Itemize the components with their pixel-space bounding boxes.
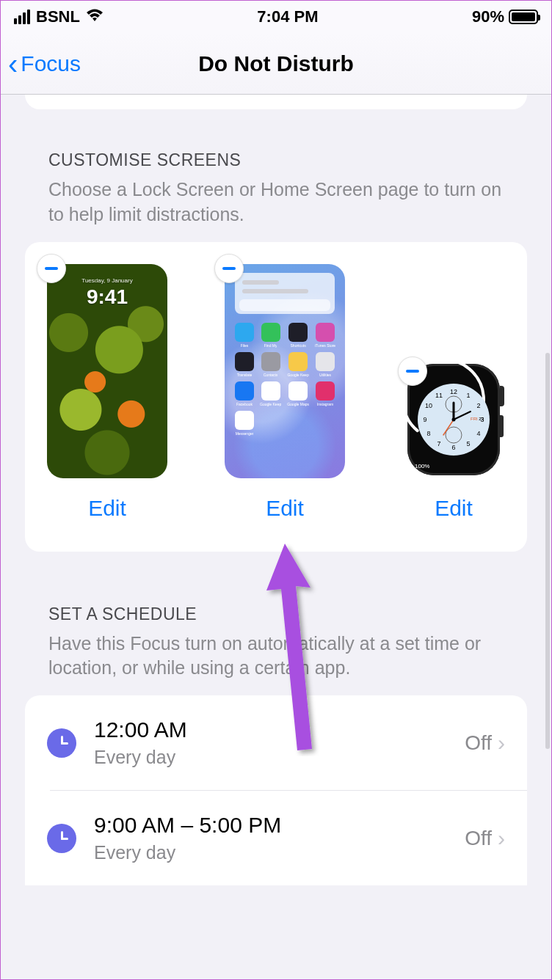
schedule-time: 12:00 AM — [94, 717, 447, 742]
nav-bar: ‹ Focus Do Not Disturb — [1, 33, 551, 95]
section-subtext: Choose a Lock Screen or Home Screen page… — [48, 178, 504, 227]
app-icon: Instagram — [315, 381, 335, 406]
svg-point-14 — [446, 427, 462, 443]
app-icon: Files — [235, 323, 254, 348]
back-label: Focus — [21, 51, 81, 76]
customise-screens-header: CUSTOMISE SCREENS Choose a Lock Screen o… — [1, 109, 551, 242]
app-icon: Find My — [260, 323, 281, 348]
status-bar: BSNL 7:04 PM 90% — [1, 1, 551, 33]
lock-screen-column: Tuesday, 9 January 9:41 Edit — [47, 264, 167, 521]
svg-text:11: 11 — [435, 392, 443, 399]
edit-watch-button[interactable]: Edit — [435, 496, 473, 521]
battery-icon — [509, 10, 538, 24]
remove-watch-button[interactable] — [398, 356, 427, 386]
section-subtext: Have this Focus turn on automatically at… — [48, 632, 504, 681]
clock-icon — [47, 728, 76, 758]
lockscreen-date: Tuesday, 9 January — [47, 277, 167, 284]
chevron-right-icon: › — [498, 731, 505, 756]
schedule-repeat: Every day — [94, 842, 447, 863]
svg-text:7: 7 — [437, 440, 440, 447]
svg-text:6: 6 — [451, 444, 455, 451]
home-screen-column: FilesFind MyShortcutsiTunes StoreTransla… — [225, 264, 345, 521]
customise-screens-card: Tuesday, 9 January 9:41 Edit FilesFind M… — [25, 242, 527, 552]
battery-percent: 90% — [472, 7, 504, 26]
carrier-label: BSNL — [36, 7, 80, 26]
watch-side-button-icon — [500, 415, 504, 437]
svg-text:8: 8 — [426, 430, 430, 437]
svg-text:12: 12 — [450, 388, 457, 395]
section-heading: CUSTOMISE SCREENS — [48, 150, 504, 170]
edit-homescreen-button[interactable]: Edit — [266, 496, 304, 521]
lockscreen-preview[interactable]: Tuesday, 9 January 9:41 — [47, 264, 167, 478]
app-icon: Shortcuts — [287, 323, 309, 348]
svg-point-18 — [452, 417, 456, 421]
schedule-header: SET A SCHEDULE Have this Focus turn on a… — [1, 552, 551, 696]
schedule-repeat: Every day — [94, 747, 447, 768]
edit-lockscreen-button[interactable]: Edit — [88, 496, 126, 521]
lockscreen-time: 9:41 — [47, 285, 167, 309]
watch-preview[interactable]: 1212 345 678 91011 100% — [402, 361, 505, 478]
svg-text:9: 9 — [423, 416, 426, 423]
widget-stack-icon — [235, 273, 335, 314]
app-icon: Contacts — [260, 352, 281, 377]
clock-icon — [47, 824, 76, 853]
back-button[interactable]: ‹ Focus — [1, 51, 81, 76]
app-grid: FilesFind MyShortcutsiTunes StoreTransla… — [232, 318, 338, 440]
watch-date: FRI 23 — [471, 417, 484, 421]
app-icon: Google Keep — [260, 381, 281, 406]
svg-text:2: 2 — [476, 402, 480, 409]
app-icon: Google Maps — [287, 381, 309, 406]
schedule-state: Off — [465, 731, 492, 755]
watch-crown-icon — [500, 386, 504, 406]
previous-card-edge — [25, 95, 527, 109]
svg-text:10: 10 — [425, 402, 432, 409]
svg-line-16 — [454, 412, 471, 420]
remove-homescreen-button[interactable] — [214, 254, 244, 283]
schedule-row[interactable]: 9:00 AM – 5:00 PM Every day Off › — [50, 791, 527, 885]
app-icon: Utilities — [315, 352, 335, 377]
app-icon: Translate — [235, 352, 254, 377]
svg-text:4: 4 — [476, 430, 480, 437]
page-title: Do Not Disturb — [1, 51, 551, 76]
remove-lockscreen-button[interactable] — [37, 254, 66, 283]
schedule-row[interactable]: 12:00 AM Every day Off › — [50, 695, 527, 791]
svg-text:5: 5 — [466, 440, 470, 447]
section-heading: SET A SCHEDULE — [48, 604, 504, 624]
app-icon: Messenger — [235, 411, 254, 436]
app-icon: iTunes Store — [315, 323, 335, 348]
wifi-icon — [86, 7, 104, 26]
app-icon: Google Keep — [287, 352, 309, 377]
schedule-state: Off — [465, 827, 492, 850]
watch-column: 1212 345 678 91011 100% — [402, 361, 505, 521]
status-time: 7:04 PM — [257, 7, 318, 26]
schedule-card: 12:00 AM Every day Off › 9:00 AM – 5:00 … — [25, 695, 527, 885]
app-icon: Facebook — [235, 381, 254, 406]
scroll-indicator[interactable] — [545, 353, 550, 749]
chevron-left-icon: ‹ — [8, 55, 18, 73]
svg-text:1: 1 — [466, 392, 470, 399]
cellular-signal-icon — [14, 10, 30, 24]
homescreen-preview[interactable]: FilesFind MyShortcutsiTunes StoreTransla… — [225, 264, 345, 478]
chevron-right-icon: › — [498, 826, 505, 851]
watch-battery-label: 100% — [415, 463, 429, 469]
schedule-time: 9:00 AM – 5:00 PM — [94, 813, 447, 838]
